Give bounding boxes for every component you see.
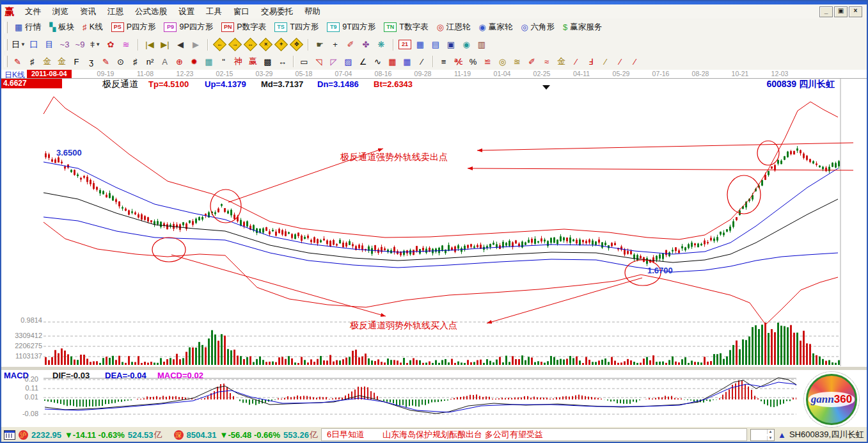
- draw-tool-button-16[interactable]: 赢: [246, 55, 260, 68]
- minimize-button[interactable]: _: [819, 6, 833, 17]
- wave3-button[interactable]: ~3: [58, 38, 72, 51]
- next-button[interactable]: ▶: [189, 38, 203, 51]
- spinner-up-icon[interactable]: ▲: [767, 430, 773, 434]
- sectors-button[interactable]: ▚板块: [45, 20, 78, 34]
- draw-tool-button-32[interactable]: %: [466, 55, 480, 68]
- draw-tool-button-2[interactable]: 金: [40, 55, 54, 68]
- menu-item-4[interactable]: 公式选股: [129, 5, 173, 19]
- draw-tool-button-1[interactable]: ♯: [25, 55, 40, 68]
- draw-tool-button-28[interactable]: ∕: [414, 55, 429, 68]
- draw-tool-button-3[interactable]: 金: [54, 55, 69, 68]
- draw-tool-button-27[interactable]: ▦: [400, 55, 414, 68]
- dia-both-button[interactable]: ↔: [243, 38, 257, 51]
- draw-tool-button-38[interactable]: 金: [554, 55, 569, 68]
- draw-tool-button-20[interactable]: ▭: [297, 55, 312, 68]
- draw-tool-button-0[interactable]: ✎: [10, 55, 25, 68]
- draw-tool-button-40[interactable]: Ⅎ: [583, 55, 598, 68]
- hexagon-button[interactable]: ◎六角形: [517, 20, 558, 34]
- info-list-button[interactable]: 目: [42, 38, 56, 51]
- 9t-square-button[interactable]: T99T四方形: [323, 20, 379, 34]
- dia-left-button[interactable]: ←: [212, 38, 226, 51]
- menu-item-1[interactable]: 浏览: [47, 5, 74, 19]
- draw-tool-button-10[interactable]: A: [157, 55, 172, 68]
- draw-tool-button-11[interactable]: ⊕: [172, 55, 187, 68]
- prev-button[interactable]: ◀: [173, 38, 187, 51]
- draw-tool-button-33[interactable]: ≌: [480, 55, 495, 68]
- network-button[interactable]: ◉: [459, 38, 473, 51]
- t-number-button[interactable]: TNT数字表: [380, 20, 432, 34]
- tool-teal-button[interactable]: ❋: [374, 38, 388, 51]
- hand-tool-button[interactable]: ☛: [313, 38, 327, 51]
- draw-tool-button-22[interactable]: ◸: [326, 55, 341, 68]
- draw-tool-button-9[interactable]: n²: [143, 55, 157, 68]
- draw-tool-button-42[interactable]: ∕: [613, 55, 627, 68]
- news-ticker[interactable]: 6日早知道 山东海岛保护规划酝酿出台 多公司有望受益: [321, 428, 747, 441]
- dia-cross-button[interactable]: ×: [258, 38, 272, 51]
- menu-item-2[interactable]: 资讯: [74, 5, 102, 19]
- menu-item-3[interactable]: 江恩: [102, 5, 129, 19]
- menu-item-6[interactable]: 工具: [200, 5, 228, 19]
- draw-tool-button-21[interactable]: ◹: [312, 55, 326, 68]
- wave9-button[interactable]: ~9: [73, 38, 87, 51]
- draw-tool-button-12[interactable]: ✹: [187, 55, 201, 68]
- draw-tool-button-7[interactable]: ⊙: [113, 55, 128, 68]
- menu-item-9[interactable]: 帮助: [299, 5, 326, 19]
- 9p-square-button[interactable]: P99P四方形: [160, 20, 217, 34]
- winner-wheel-button[interactable]: ◉赢家轮: [475, 20, 516, 34]
- dia-all-button[interactable]: ✥: [289, 38, 303, 51]
- notepad-button[interactable]: ▤: [429, 38, 443, 51]
- t-square-button[interactable]: TST四方形: [271, 20, 322, 34]
- p-square-button[interactable]: PSP四方形: [107, 20, 160, 34]
- calculator-button[interactable]: ▦: [413, 38, 427, 51]
- save-button[interactable]: ▣: [444, 38, 458, 51]
- draw-tool-button-37[interactable]: ≈: [539, 55, 554, 68]
- quotes-button[interactable]: ▦行情: [11, 20, 45, 34]
- draw-tool-button-8[interactable]: ♯: [128, 55, 143, 68]
- draw-tool-button-24[interactable]: ∠: [356, 55, 370, 68]
- draw-tool-button-13[interactable]: ▦: [201, 55, 216, 68]
- zone-select-button[interactable]: 囗: [27, 38, 41, 51]
- draw-tool-button-15[interactable]: 神: [231, 55, 246, 68]
- draw-tool-button-17[interactable]: ▩: [260, 55, 275, 68]
- candle-style-button[interactable]: ǂ▼: [88, 38, 102, 51]
- draw-tool-button-34[interactable]: ◎: [495, 55, 510, 68]
- calendar-status-icon[interactable]: [4, 430, 15, 440]
- dia-plus-button[interactable]: +: [274, 38, 288, 51]
- tick-chart-button[interactable]: ≋: [119, 38, 133, 51]
- draw-tool-button-26[interactable]: ▦: [385, 55, 400, 68]
- crosshair-button[interactable]: +: [328, 38, 342, 51]
- draw-tool-button-14[interactable]: ʺ: [216, 55, 231, 68]
- last-button[interactable]: ▶|: [158, 38, 172, 51]
- gann-wheel-button[interactable]: ◎江恩轮: [433, 20, 475, 34]
- draw-tool-button-5[interactable]: ʒ: [84, 55, 99, 68]
- pattern-button[interactable]: ✿: [104, 38, 118, 51]
- period-day-button[interactable]: 日▼: [12, 38, 26, 51]
- dia-right-button[interactable]: →: [228, 38, 242, 51]
- menu-item-5[interactable]: 设置: [173, 5, 200, 19]
- draw-tool-button-36[interactable]: ✐: [525, 55, 539, 68]
- remote-button[interactable]: ▥: [475, 38, 489, 51]
- p-number-button[interactable]: PNP数字表: [217, 20, 270, 34]
- mark-pin-button[interactable]: ✐: [343, 38, 358, 51]
- draw-tool-button-25[interactable]: ∿: [370, 55, 385, 68]
- restore-button[interactable]: ▣: [834, 6, 848, 17]
- symbol-spinner[interactable]: ▲ ▼: [750, 429, 775, 441]
- tool-purple-button[interactable]: ✤: [359, 38, 373, 51]
- close-button[interactable]: ×: [849, 6, 862, 17]
- service-button[interactable]: $赢家服务: [559, 20, 606, 34]
- draw-tool-button-4[interactable]: F: [69, 55, 84, 68]
- draw-tool-button-31[interactable]: ℀: [451, 55, 466, 68]
- draw-tool-button-43[interactable]: ∕: [627, 55, 642, 68]
- menu-item-7[interactable]: 窗口: [228, 5, 255, 19]
- draw-tool-button-23[interactable]: ▨: [341, 55, 356, 68]
- kline-button[interactable]: ♯K线: [79, 20, 106, 34]
- draw-tool-button-39[interactable]: ∕: [569, 55, 583, 68]
- draw-tool-button-6[interactable]: ✎: [99, 55, 113, 68]
- draw-tool-button-18[interactable]: ↔: [275, 55, 290, 68]
- menu-item-0[interactable]: 文件: [19, 5, 47, 19]
- draw-tool-button-41[interactable]: ∕: [598, 55, 613, 68]
- draw-tool-button-30[interactable]: ≡: [436, 55, 451, 68]
- menu-item-8[interactable]: 交易委托: [255, 5, 299, 19]
- spinner-down-icon[interactable]: ▼: [767, 436, 773, 440]
- calendar-button[interactable]: 21: [398, 38, 412, 51]
